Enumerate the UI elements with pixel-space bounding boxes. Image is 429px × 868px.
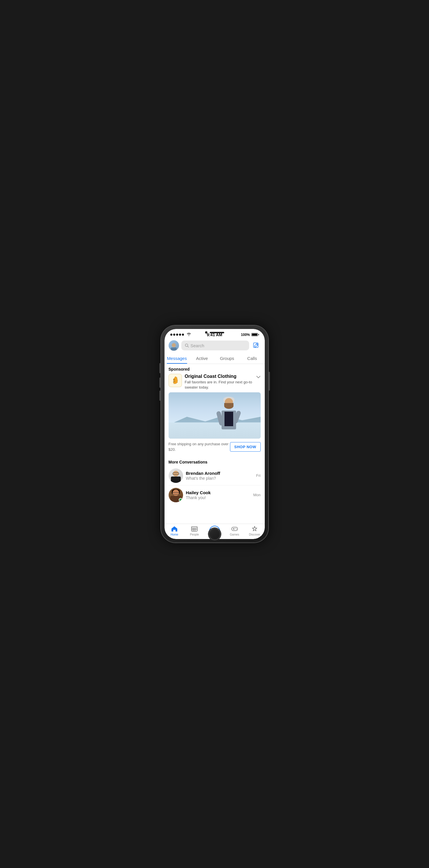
more-conversations-label: More Conversations [165,457,265,466]
nav-discover-label: Discover [249,533,260,536]
conv-avatar-body-1 [171,476,181,483]
signal-dot-4 [179,334,181,336]
avatar-body [171,347,177,351]
speaker-bar [210,332,224,333]
ad-logo: CO ORIGI COAST [169,374,182,387]
camera-dot [205,331,207,334]
svg-line-1 [188,346,189,347]
ad-image-person [214,397,243,439]
conv-name-2: Hailey Cook [186,490,251,495]
nav-home-label: Home [171,533,178,536]
ad-description: Fall favorites are in. Find your next go… [185,380,253,390]
signal-dot-5 [182,334,184,336]
person-hair [224,403,233,409]
compose-icon [253,342,259,349]
main-content: Sponsored CO ORIGI COAST [165,364,265,524]
nav-tabs: Messages Active Groups Calls [165,353,265,364]
conv-avatar-1 [169,468,183,483]
status-bar: 9:41 AM 100% [165,329,265,339]
sponsored-label: Sponsored [165,364,265,374]
phone-notch [205,331,224,334]
phone-frame: 9:41 AM 100% [161,326,268,542]
svg-point-16 [235,528,236,529]
person-figure [214,397,243,439]
tab-groups[interactable]: Groups [214,353,240,364]
svg-rect-8 [192,527,197,531]
tab-messages[interactable]: Messages [165,353,190,364]
conv-name-1: Brendan Aronoff [186,471,254,476]
ad-image [169,392,261,439]
shop-now-button[interactable]: SHOP NOW [230,442,261,452]
home-button[interactable] [208,528,221,540]
conversation-item-1[interactable]: Brendan Aronoff What's the plan? Fri [165,466,265,485]
nav-home[interactable]: Home [165,526,184,537]
status-right: 100% [241,333,259,337]
conv-avatar-2 [169,488,183,502]
people-icon [191,526,198,532]
search-bar[interactable]: Search [181,341,249,350]
signal-dot-2 [173,334,175,336]
avatar-head [172,343,176,347]
signal-dot-3 [176,334,178,336]
conv-message-1: What's the plan? [186,476,254,480]
person-shirt [225,412,233,426]
conv-avatar-glasses-1 [173,472,179,475]
svg-line-3 [256,344,258,345]
wifi-icon [187,333,191,337]
online-indicator-2 [179,498,182,502]
brand-logo-svg: CO ORIGI COAST [172,376,179,385]
conv-time-2: Mon [253,493,260,497]
battery-icon [252,333,259,336]
ad-card[interactable]: CO ORIGI COAST Original Coast Clothing F… [165,374,265,455]
compose-button[interactable] [252,341,261,350]
nav-discover[interactable]: Discover [245,526,264,537]
nav-games[interactable]: Games [225,526,245,537]
ad-brand: Original Coast Clothing [185,374,253,379]
ad-footer: Free shipping on any purchase over $20. … [165,439,265,455]
ad-dropdown-icon[interactable] [256,374,261,380]
svg-point-17 [236,529,237,529]
discover-icon [251,526,258,532]
home-icon [171,526,178,532]
ad-promo: Free shipping on any purchase over $20. [169,441,230,452]
status-left [170,333,191,337]
search-placeholder: Search [191,343,204,348]
signal-dots [170,334,184,336]
conversation-item-2[interactable]: Hailey Cook Thank you! Mon [165,486,265,505]
signal-dot-1 [170,334,172,336]
conv-time-1: Fri [256,473,260,478]
tab-active[interactable]: Active [190,353,214,364]
search-icon [185,343,189,347]
avatar-figure [171,343,177,351]
conv-content-1: Brendan Aronoff What's the plan? [186,471,254,480]
games-icon [231,526,238,532]
battery-percent: 100% [241,333,250,337]
nav-people-label: People [190,533,199,536]
tab-calls[interactable]: Calls [239,353,265,364]
phone-screen: 9:41 AM 100% [165,329,265,539]
nav-games-label: Games [230,533,239,536]
conv-avatar-glasses-2 [172,492,179,495]
svg-marker-18 [252,526,257,531]
screen-content: 9:41 AM 100% [165,329,265,539]
ad-header: CO ORIGI COAST Original Coast Clothing F… [165,374,265,392]
nav-people[interactable]: People [184,526,204,537]
ad-text: Original Coast Clothing Fall favorites a… [185,374,253,390]
svg-text:COAST: COAST [173,381,175,382]
conv-content-2: Hailey Cook Thank you! [186,490,251,500]
top-bar: Search [165,339,265,353]
user-avatar[interactable] [169,340,179,351]
conv-message-2: Thank you! [186,495,251,500]
svg-text:CO: CO [173,379,175,380]
